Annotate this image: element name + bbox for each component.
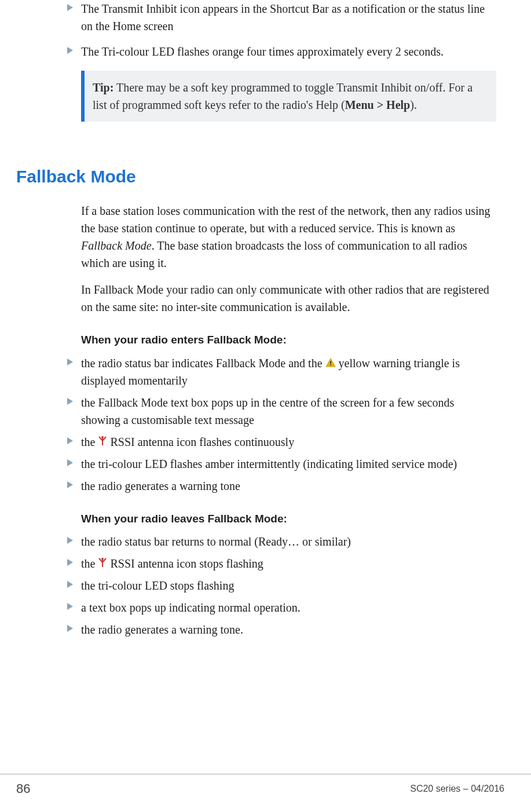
footer-series: SC20 series – 04/2016 — [410, 782, 504, 796]
list-item-text: The Transmit Inhibit icon appears in the… — [81, 2, 485, 32]
tip-menu-path: Menu > Help — [345, 98, 411, 111]
bullet-triangle-icon — [67, 603, 73, 610]
section-heading-fallback-mode: Fallback Mode — [16, 163, 503, 189]
list-item: the radio status bar indicates Fallback … — [81, 354, 496, 389]
page-footer: 86 SC20 series – 04/2016 — [0, 774, 531, 798]
list-item-text: the radio generates a warning tone — [81, 480, 240, 492]
bullet-triangle-icon — [67, 481, 73, 488]
page: The Transmit Inhibit icon appears in the… — [0, 0, 531, 638]
tip-container: Tip: There may be a soft key programmed … — [81, 71, 496, 122]
tip-label: Tip: — [93, 81, 113, 94]
list-item-text: the tri-colour LED flashes amber intermi… — [81, 458, 457, 470]
bullet-triangle-icon — [67, 437, 73, 444]
bullet-triangle-icon — [67, 47, 73, 54]
warning-triangle-icon — [325, 358, 336, 367]
subheading-leaves: When your radio leaves Fallback Mode: — [81, 511, 496, 528]
list-item-text: a text box pops up indicating normal ope… — [81, 601, 301, 614]
bullet-triangle-icon — [67, 537, 73, 544]
antenna-icon — [98, 555, 107, 565]
list-item-text: the radio status bar returns to normal (… — [81, 535, 351, 548]
bullet-triangle-icon — [67, 581, 73, 588]
enter-bullet-list: the radio status bar indicates Fallback … — [81, 354, 496, 495]
list-item-text: the Fallback Mode text box pops up in th… — [81, 396, 454, 426]
page-number: 86 — [16, 779, 30, 798]
bullet-triangle-icon — [67, 359, 73, 365]
svg-point-6 — [101, 436, 104, 438]
list-item-text: the — [81, 557, 98, 570]
list-item-text: RSSI antenna icon stops flashing — [110, 557, 263, 570]
svg-rect-2 — [330, 364, 331, 365]
tip-text-after: ). — [410, 98, 417, 111]
list-item-text: RSSI antenna icon flashes continuously — [110, 436, 294, 448]
section-body: If a base station loses communication wi… — [81, 202, 496, 638]
svg-point-10 — [101, 558, 104, 560]
bullet-triangle-icon — [67, 625, 73, 632]
list-item: the RSSI antenna icon flashes continuous… — [81, 433, 496, 451]
list-item-text: the tri-colour LED stops flashing — [81, 579, 234, 592]
list-item: the tri-colour LED flashes amber intermi… — [81, 455, 496, 473]
top-bullet-list: The Transmit Inhibit icon appears in the… — [81, 0, 496, 60]
list-item: the radio status bar returns to normal (… — [81, 533, 496, 550]
paragraph: If a base station loses communication wi… — [81, 202, 496, 272]
svg-rect-1 — [330, 361, 331, 363]
subheading-enters: When your radio enters Fallback Mode: — [81, 332, 496, 349]
list-item: The Tri-colour LED flashes orange four t… — [81, 43, 496, 60]
antenna-icon — [98, 433, 107, 444]
bullet-triangle-icon — [67, 559, 73, 566]
paragraph: In Fallback Mode your radio can only com… — [81, 281, 496, 316]
list-item-text: the radio status bar indicates Fallback … — [81, 357, 325, 370]
list-item-text: the — [81, 436, 98, 448]
list-item: the Fallback Mode text box pops up in th… — [81, 394, 496, 429]
tip-box: Tip: There may be a soft key programmed … — [81, 71, 496, 122]
term-fallback-mode: Fallback Mode — [81, 239, 152, 252]
list-item: the radio generates a warning tone — [81, 477, 496, 495]
list-item-text: the radio generates a warning tone. — [81, 623, 243, 636]
list-item: the radio generates a warning tone. — [81, 621, 496, 638]
list-item: the RSSI antenna icon stops flashing — [81, 555, 496, 572]
paragraph-text: If a base station loses communication wi… — [81, 204, 490, 235]
list-item: the tri-colour LED stops flashing — [81, 577, 496, 594]
bullet-triangle-icon — [67, 398, 73, 405]
bullet-triangle-icon — [67, 4, 73, 11]
leave-bullet-list: the radio status bar returns to normal (… — [81, 533, 496, 638]
list-item: a text box pops up indicating normal ope… — [81, 599, 496, 616]
list-item-text: The Tri-colour LED flashes orange four t… — [81, 45, 444, 58]
bullet-triangle-icon — [67, 459, 73, 466]
list-item: The Transmit Inhibit icon appears in the… — [81, 0, 496, 35]
